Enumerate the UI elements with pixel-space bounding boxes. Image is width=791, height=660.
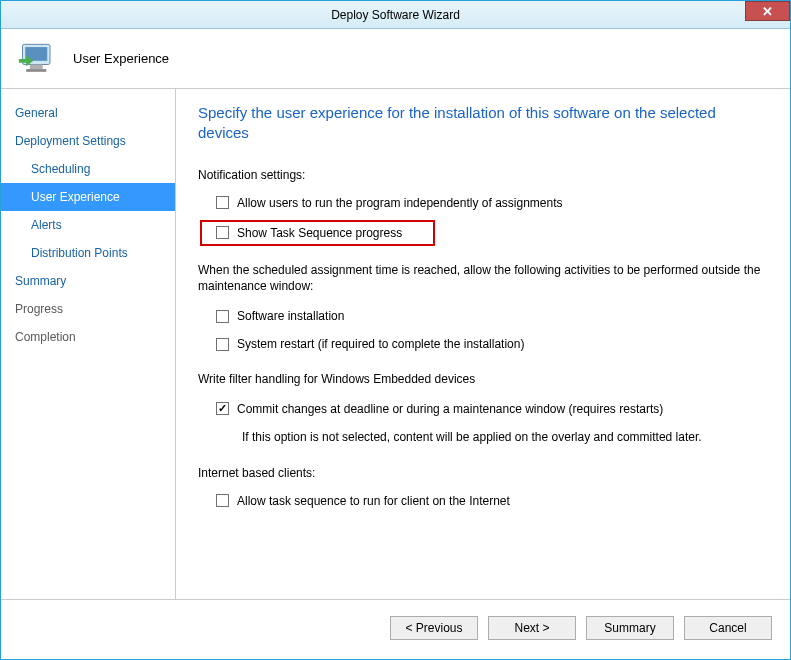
- sidebar-item-alerts[interactable]: Alerts: [1, 211, 175, 239]
- sidebar-item-completion: Completion: [1, 323, 175, 351]
- summary-button[interactable]: Summary: [586, 616, 674, 640]
- sidebar-item-summary[interactable]: Summary: [1, 267, 175, 295]
- svg-rect-2: [30, 64, 43, 69]
- sidebar-item-general[interactable]: General: [1, 99, 175, 127]
- sidebar-item-progress: Progress: [1, 295, 175, 323]
- sidebar-item-scheduling[interactable]: Scheduling: [1, 155, 175, 183]
- system-restart-checkbox[interactable]: [216, 338, 229, 351]
- cancel-button[interactable]: Cancel: [684, 616, 772, 640]
- close-icon: ✕: [762, 4, 773, 19]
- page-title: User Experience: [73, 51, 169, 66]
- show-task-sequence-checkbox[interactable]: [216, 226, 229, 239]
- show-task-sequence-highlight: Show Task Sequence progress: [200, 220, 435, 246]
- title-bar: Deploy Software Wizard ✕: [1, 1, 790, 29]
- software-installation-label: Software installation: [237, 309, 344, 323]
- commit-changes-note: If this option is not selected, content …: [198, 430, 768, 444]
- allow-internet-checkbox[interactable]: [216, 494, 229, 507]
- commit-changes-label: Commit changes at deadline or during a m…: [237, 402, 663, 416]
- wizard-sidebar: General Deployment Settings Scheduling U…: [1, 89, 176, 599]
- sidebar-item-distribution-points[interactable]: Distribution Points: [1, 239, 175, 267]
- notification-settings-label: Notification settings:: [198, 168, 768, 182]
- internet-clients-label: Internet based clients:: [198, 466, 768, 480]
- previous-button[interactable]: < Previous: [390, 616, 478, 640]
- outside-maintenance-text: When the scheduled assignment time is re…: [198, 262, 768, 296]
- allow-internet-label: Allow task sequence to run for client on…: [237, 494, 510, 508]
- show-task-sequence-label: Show Task Sequence progress: [237, 226, 402, 240]
- content-heading: Specify the user experience for the inst…: [198, 103, 768, 144]
- software-installation-checkbox[interactable]: [216, 310, 229, 323]
- allow-users-checkbox[interactable]: [216, 196, 229, 209]
- next-button[interactable]: Next >: [488, 616, 576, 640]
- content-panel: Specify the user experience for the inst…: [176, 89, 790, 599]
- write-filter-label: Write filter handling for Windows Embedd…: [198, 371, 768, 388]
- wizard-footer: < Previous Next > Summary Cancel: [1, 599, 790, 655]
- deploy-icon: [17, 37, 61, 81]
- allow-users-label: Allow users to run the program independe…: [237, 196, 563, 210]
- wizard-header: User Experience: [1, 29, 790, 89]
- close-button[interactable]: ✕: [745, 1, 790, 21]
- svg-rect-3: [26, 69, 46, 72]
- sidebar-item-deployment-settings[interactable]: Deployment Settings: [1, 127, 175, 155]
- commit-changes-checkbox[interactable]: [216, 402, 229, 415]
- system-restart-label: System restart (if required to complete …: [237, 337, 524, 351]
- window-title: Deploy Software Wizard: [1, 8, 790, 22]
- sidebar-item-user-experience[interactable]: User Experience: [1, 183, 175, 211]
